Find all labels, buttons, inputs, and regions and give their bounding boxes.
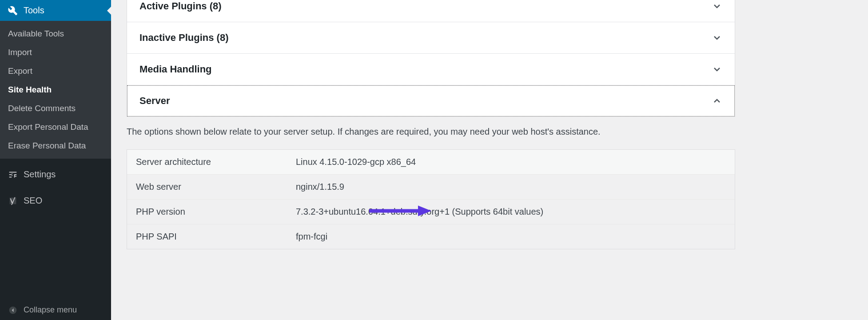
sidebar-collapse-button[interactable]: Collapse menu xyxy=(0,300,111,320)
table-row: Server architecture Linux 4.15.0-1029-gc… xyxy=(127,150,735,175)
table-row: Web server nginx/1.15.9 xyxy=(127,175,735,200)
row-value: 7.3.2-3+ubuntu16.04.1+deb.sury.org+1 (Su… xyxy=(296,207,543,217)
server-info-table: Server architecture Linux 4.15.0-1029-gc… xyxy=(127,149,735,249)
sidebar-submenu-tools: Available Tools Import Export Site Healt… xyxy=(0,21,111,159)
sidebar-subitem-export-personal-data[interactable]: Export Personal Data xyxy=(0,118,111,136)
panel-active-plugins[interactable]: Active Plugins (8) xyxy=(127,0,735,22)
sidebar-subitem-delete-comments[interactable]: Delete Comments xyxy=(0,99,111,118)
sidebar-subitem-erase-personal-data[interactable]: Erase Personal Data xyxy=(0,136,111,155)
collapse-icon xyxy=(7,306,19,315)
panel-server-body: The options shown below relate to your s… xyxy=(127,117,735,249)
row-label: Web server xyxy=(136,182,296,192)
yoast-icon xyxy=(7,196,19,206)
sidebar-item-label: Settings xyxy=(24,169,56,180)
panel-title: Active Plugins (8) xyxy=(139,0,222,12)
sidebar-subitem-import[interactable]: Import xyxy=(0,43,111,62)
row-value: Linux 4.15.0-1029-gcp x86_64 xyxy=(296,157,416,167)
health-panels: Active Plugins (8) Inactive Plugins (8) … xyxy=(127,0,735,117)
panel-title: Media Handling xyxy=(139,64,212,75)
sidebar-item-label: Tools xyxy=(24,5,44,16)
panel-title: Inactive Plugins (8) xyxy=(139,32,229,44)
sidebar-subitem-site-health[interactable]: Site Health xyxy=(0,80,111,99)
row-label: Server architecture xyxy=(136,157,296,167)
server-description: The options shown below relate to your s… xyxy=(127,127,735,145)
table-row: PHP version 7.3.2-3+ubuntu16.04.1+deb.su… xyxy=(127,200,735,224)
row-label: PHP version xyxy=(136,207,296,217)
panel-server[interactable]: Server xyxy=(127,85,735,116)
wrench-icon xyxy=(7,6,19,16)
row-label: PHP SAPI xyxy=(136,232,296,242)
table-row: PHP SAPI fpm-fcgi xyxy=(127,224,735,249)
panel-media-handling[interactable]: Media Handling xyxy=(127,54,735,85)
admin-sidebar: Tools Available Tools Import Export Site… xyxy=(0,0,111,320)
collapse-label: Collapse menu xyxy=(24,305,77,315)
chevron-up-icon xyxy=(712,96,722,106)
row-value: nginx/1.15.9 xyxy=(296,182,344,192)
chevron-down-icon xyxy=(712,64,722,75)
chevron-down-icon xyxy=(712,1,722,12)
sidebar-item-tools[interactable]: Tools xyxy=(0,0,111,21)
sidebar-subitem-available-tools[interactable]: Available Tools xyxy=(0,24,111,43)
panel-inactive-plugins[interactable]: Inactive Plugins (8) xyxy=(127,22,735,54)
sidebar-item-settings[interactable]: Settings xyxy=(0,164,111,185)
sliders-icon xyxy=(7,170,19,180)
panel-title: Server xyxy=(139,95,170,107)
chevron-down-icon xyxy=(712,32,722,43)
sidebar-subitem-export[interactable]: Export xyxy=(0,62,111,80)
sidebar-item-seo[interactable]: SEO xyxy=(0,190,111,211)
row-value: fpm-fcgi xyxy=(296,232,327,242)
main-content: Active Plugins (8) Inactive Plugins (8) … xyxy=(111,0,868,320)
sidebar-item-label: SEO xyxy=(24,196,42,206)
